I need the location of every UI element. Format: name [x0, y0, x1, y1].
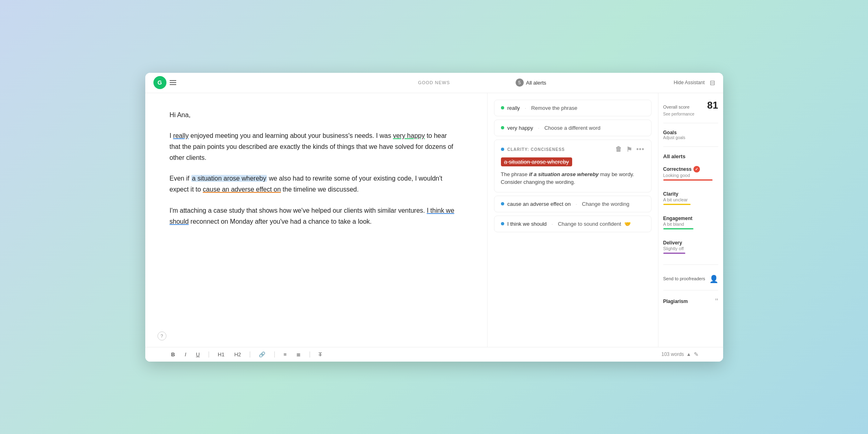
word-count-text: 103 words — [661, 351, 684, 357]
divider-2 — [663, 146, 718, 147]
paragraph-3: I'm attaching a case study that shows ho… — [170, 205, 455, 227]
more-icon[interactable]: ••• — [636, 146, 645, 153]
send-icon[interactable]: 👤 — [709, 275, 718, 284]
split-view-icon[interactable]: ⊟ — [710, 79, 715, 87]
alert-emoji: 🤝 — [624, 221, 631, 227]
separator-1: | — [208, 351, 210, 358]
alert-very-happy-suggestion: Choose a different word — [544, 125, 601, 131]
bold-button[interactable]: B — [170, 351, 177, 358]
alerts-badge: 5 — [516, 79, 524, 87]
metric-delivery[interactable]: Delivery Slightly off — [663, 240, 718, 254]
score-section: Overall score 81 See performance — [663, 100, 718, 116]
correctness-bar — [663, 179, 713, 181]
grammarly-logo: G — [153, 76, 166, 89]
flag-icon[interactable]: ⚑ — [626, 146, 632, 153]
help-button[interactable]: ? — [157, 331, 166, 340]
metric-correctness[interactable]: Correctness ✓ Looking good — [663, 166, 718, 181]
alert-really-phrase: really — [507, 105, 520, 111]
alert-very-happy-phrase: very happy — [507, 125, 533, 131]
strikethrough-phrase: a situation arose whereby — [501, 157, 573, 166]
alerts-center: 5 All alerts — [516, 79, 547, 87]
metric-clarity[interactable]: Clarity A bit unclear — [663, 191, 718, 205]
cause-adverse-phrase: cause an adverse effect on — [203, 186, 281, 193]
unordered-list-button[interactable]: ≣ — [295, 351, 302, 358]
alert-cause-adverse-phrase: cause an adverse effect on — [507, 201, 571, 207]
send-proofreaders-section[interactable]: Send to proofreaders 👤 — [663, 275, 718, 284]
top-bar: G GOOD NEWS 5 All alerts Hide Assistant … — [145, 73, 723, 93]
ordered-list-button[interactable]: ≡ — [282, 351, 289, 358]
top-bar-right: Hide Assistant ⊟ — [673, 79, 715, 87]
alert-dot-blue-4 — [501, 222, 504, 225]
pencil-icon[interactable]: ✎ — [694, 351, 699, 358]
clarity-dot — [501, 148, 504, 151]
alerts-label: All alerts — [526, 80, 547, 86]
alerts-panel: really · Remove the phrase very happy · … — [487, 93, 658, 347]
delivery-sub: Slightly off — [663, 246, 718, 251]
alert-i-think-suggestion: Change to sound confident — [558, 221, 621, 227]
correctness-sub: Looking good — [663, 173, 718, 178]
metric-engagement[interactable]: Engagement A bit bland — [663, 216, 718, 229]
quote-icon: " — [715, 297, 718, 306]
alert-really[interactable]: really · Remove the phrase — [494, 100, 652, 116]
clarity-description: The phrase if a situation arose whereby … — [501, 170, 645, 186]
toolbar: B I U | H1 H2 | 🔗 | ≡ ≣ | T̶ 103 words ▲… — [145, 347, 723, 362]
clear-formatting-button[interactable]: T̶ — [317, 351, 324, 358]
doc-title: GOOD NEWS — [418, 80, 450, 85]
goals-label: Goals — [663, 130, 718, 135]
h2-button[interactable]: H2 — [233, 351, 243, 358]
alert-cause-adverse[interactable]: cause an adverse effect on · Change the … — [494, 196, 652, 212]
underline-button[interactable]: U — [195, 351, 201, 358]
logo-area: G — [153, 76, 176, 89]
italic-button[interactable]: I — [183, 351, 188, 358]
all-alerts-label: All alerts — [663, 153, 718, 159]
right-panel: Overall score 81 See performance Goals A… — [658, 93, 723, 347]
divider-3 — [663, 264, 718, 265]
alert-dot-green — [501, 106, 504, 109]
clarity-bar — [663, 204, 691, 205]
plagiarism-label: Plagiarism — [663, 299, 688, 304]
word-count-arrow: ▲ — [687, 351, 691, 357]
delivery-label: Delivery — [663, 240, 718, 246]
separator-3: | — [273, 351, 275, 358]
editor-text: Hi Ana, I really enjoyed meeting you and… — [170, 109, 455, 227]
alert-dot-blue-3 — [501, 202, 504, 205]
hide-assistant-button[interactable]: Hide Assistant — [673, 80, 704, 85]
word-count: 103 words ▲ ✎ — [661, 351, 698, 358]
correctness-label: Correctness ✓ — [663, 166, 718, 172]
alert-dot-green-2 — [501, 126, 504, 129]
really-phrase: really — [173, 132, 188, 139]
hamburger-menu-icon[interactable] — [170, 80, 176, 85]
paragraph-2: Even if a situation arose whereby we als… — [170, 173, 455, 195]
engagement-label: Engagement — [663, 216, 718, 221]
link-button[interactable]: 🔗 — [257, 351, 267, 358]
overall-score-value: 81 — [707, 100, 718, 111]
very-happy-phrase: very happy — [393, 132, 425, 139]
engagement-bar — [663, 228, 693, 229]
clarity-label: CLARITY: CONCISENESS 🗑 ⚑ ••• — [501, 146, 645, 153]
clarity-metric-sub: A bit unclear — [663, 197, 718, 202]
clarity-section[interactable]: CLARITY: CONCISENESS 🗑 ⚑ ••• a situation… — [494, 140, 652, 192]
alert-very-happy[interactable]: very happy · Choose a different word — [494, 120, 652, 136]
alert-really-suggestion: Remove the phrase — [531, 105, 577, 111]
plagiarism-section[interactable]: Plagiarism " — [663, 297, 718, 306]
divider-4 — [663, 290, 718, 290]
goals-section: Goals Adjust goals — [663, 130, 718, 140]
alert-i-think-we-should[interactable]: I think we should · Change to sound conf… — [494, 216, 652, 232]
separator-2: | — [249, 351, 251, 358]
main-content: Hi Ana, I really enjoyed meeting you and… — [145, 93, 723, 347]
delivery-bar — [663, 253, 685, 254]
engagement-sub: A bit bland — [663, 222, 718, 227]
editor-area[interactable]: Hi Ana, I really enjoyed meeting you and… — [145, 93, 487, 347]
alert-i-think-phrase: I think we should — [507, 221, 547, 227]
check-icon: ✓ — [693, 166, 700, 172]
paragraph-1: I really enjoyed meeting you and learnin… — [170, 130, 455, 164]
a-situation-arose-phrase: a situation arose whereby — [191, 175, 267, 182]
send-proofreaders-label: Send to proofreaders — [663, 276, 705, 281]
see-performance-link[interactable]: See performance — [663, 112, 718, 116]
h1-button[interactable]: H1 — [216, 351, 226, 358]
overall-score-label: Overall score — [663, 105, 690, 109]
separator-4: | — [309, 351, 310, 358]
adjust-goals-link[interactable]: Adjust goals — [663, 135, 718, 140]
delete-icon[interactable]: 🗑 — [615, 146, 622, 153]
greeting-paragraph: Hi Ana, — [170, 109, 455, 120]
